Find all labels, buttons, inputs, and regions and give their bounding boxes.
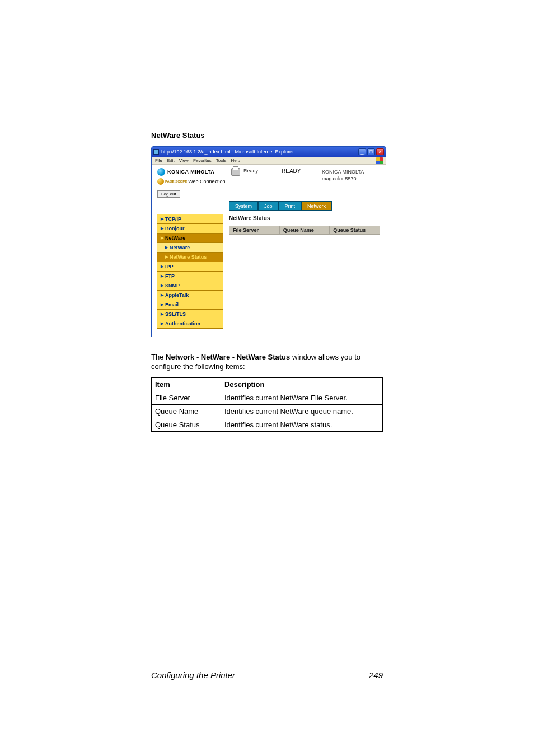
model-block: KONICA MINOLTA magicolor 5570 <box>322 168 380 182</box>
window-buttons: _ □ × <box>358 148 384 155</box>
col-queue-name: Queue Name <box>280 226 330 235</box>
table-row: Queue Name Identifies current NetWare qu… <box>152 404 383 418</box>
chevron-right-icon: ▶ <box>161 283 163 288</box>
chevron-down-icon: ▶ <box>161 236 163 240</box>
content-pane: NetWare Status File Server Queue Name Qu… <box>229 214 380 329</box>
pagescope-small-label: PAGE SCOPE <box>165 180 187 183</box>
chevron-right-icon: ▶ <box>161 321 163 326</box>
windows-flag-icon <box>376 157 383 164</box>
table-row: Queue Status Identifies current NetWare … <box>152 418 383 431</box>
sidebar-item-label: SSL/TLS <box>165 311 186 317</box>
chevron-right-icon: ▶ <box>161 226 163 231</box>
chevron-right-icon: ▶ <box>161 217 163 221</box>
sidebar-item-label: NetWare <box>165 235 185 241</box>
sidebar-item-appletalk[interactable]: ▶AppleTalk <box>157 290 223 300</box>
sidebar-item-bonjour[interactable]: ▶Bonjour <box>157 223 223 233</box>
table-header-row: Item Description <box>152 377 383 391</box>
sidebar-item-ftp[interactable]: ▶FTP <box>157 271 223 281</box>
th-item: Item <box>152 377 221 391</box>
chevron-right-icon: ▶ <box>161 312 163 316</box>
menu-file[interactable]: File <box>155 158 162 163</box>
chevron-right-icon: ▶ <box>161 293 163 297</box>
pane-title: NetWare Status <box>229 215 380 221</box>
para-prefix: The <box>151 353 166 361</box>
sidebar-item-authentication[interactable]: ▶Authentication <box>157 319 223 329</box>
description-table: Item Description File Server Identifies … <box>151 377 383 432</box>
pagescope-globe-icon <box>157 178 164 185</box>
page-footer: Configuring the Printer 249 <box>151 668 383 680</box>
footer-title: Configuring the Printer <box>151 670 235 680</box>
chevron-right-icon: ▶ <box>161 264 163 269</box>
column-headers: File Server Queue Name Queue Status <box>229 226 380 235</box>
sidebar-item-snmp[interactable]: ▶SNMP <box>157 281 223 290</box>
model-line1: KONICA MINOLTA <box>322 169 380 176</box>
sidebar-item-label: NetWare <box>170 245 190 250</box>
chevron-right-icon: ▶ <box>161 274 163 278</box>
km-logo-icon <box>157 168 165 176</box>
col-queue-status: Queue Status <box>330 226 380 235</box>
section-heading: NetWare Status <box>151 131 383 139</box>
sidebar-subitem-netware[interactable]: ▶NetWare <box>157 242 223 252</box>
ie-icon <box>153 149 159 155</box>
sidebar-item-label: AppleTalk <box>165 292 189 298</box>
tab-bar: System Job Print Network <box>229 201 386 211</box>
sidebar-item-label: NetWare Status <box>170 254 207 260</box>
sidebar: ▶TCP/IP ▶Bonjour ▶NetWare ▶NetWare ▶NetW… <box>157 214 223 329</box>
sidebar-item-ipp[interactable]: ▶IPP <box>157 262 223 271</box>
sidebar-subitem-netware-status[interactable]: ▶NetWare Status <box>157 252 223 262</box>
sidebar-item-netware[interactable]: ▶NetWare <box>157 233 223 242</box>
model-line2: magicolor 5570 <box>322 176 380 183</box>
footer-rule <box>151 668 383 668</box>
sidebar-item-label: SNMP <box>165 283 180 288</box>
sidebar-item-label: FTP <box>165 273 175 279</box>
cell-item: Queue Status <box>152 418 221 431</box>
sidebar-item-label: TCP/IP <box>165 216 181 222</box>
window-title: http://192.168.1.2/a_index.html - Micros… <box>161 149 294 155</box>
sidebar-item-email[interactable]: ▶Email <box>157 300 223 309</box>
th-description: Description <box>221 377 382 391</box>
maximize-icon[interactable]: □ <box>367 148 375 155</box>
footer-page-number: 249 <box>369 670 383 680</box>
intro-paragraph: The Network - NetWare - NetWare Status w… <box>151 353 383 372</box>
cell-item: File Server <box>152 391 221 404</box>
status-ready-small: Ready <box>243 168 258 174</box>
logout-button[interactable]: Log out <box>157 190 180 198</box>
tab-job[interactable]: Job <box>258 201 279 211</box>
col-file-server: File Server <box>229 226 280 235</box>
close-icon[interactable]: × <box>376 148 384 155</box>
tab-print[interactable]: Print <box>279 201 302 211</box>
chevron-right-icon: ▶ <box>165 255 168 259</box>
brand-name: KONICA MINOLTA <box>167 169 214 175</box>
window-titlebar: http://192.168.1.2/a_index.html - Micros… <box>152 147 386 157</box>
para-bold: Network - NetWare - NetWare Status <box>166 353 290 361</box>
sidebar-item-label: Email <box>165 302 179 307</box>
menu-favorites[interactable]: Favorites <box>193 158 212 163</box>
sidebar-item-label: Bonjour <box>165 226 185 231</box>
menubar: File Edit View Favorites Tools Help <box>152 157 386 165</box>
tab-network[interactable]: Network <box>301 201 332 211</box>
chevron-right-icon: ▶ <box>165 245 168 250</box>
cell-desc: Identifies current NetWare status. <box>221 418 382 431</box>
cell-desc: Identifies current NetWare File Server. <box>221 391 382 404</box>
minimize-icon[interactable]: _ <box>358 148 366 155</box>
sidebar-item-label: IPP <box>165 264 174 269</box>
pagescope-label: Web Connection <box>188 179 225 184</box>
brand-block: KONICA MINOLTA PAGE SCOPE Web Connection <box>157 168 227 185</box>
sidebar-item-ssltls[interactable]: ▶SSL/TLS <box>157 309 223 319</box>
pane-body-empty <box>229 235 380 295</box>
cell-desc: Identifies current NetWare queue name. <box>221 404 382 418</box>
sidebar-item-label: Authentication <box>165 321 200 326</box>
table-row: File Server Identifies current NetWare F… <box>152 391 383 404</box>
tab-system[interactable]: System <box>229 201 258 211</box>
menu-edit[interactable]: Edit <box>167 158 175 163</box>
chevron-right-icon: ▶ <box>161 302 163 307</box>
printer-icon <box>231 168 240 176</box>
menu-view[interactable]: View <box>179 158 189 163</box>
status-ready-big: READY <box>282 168 301 174</box>
menu-tools[interactable]: Tools <box>216 158 227 163</box>
menu-help[interactable]: Help <box>231 158 240 163</box>
cell-item: Queue Name <box>152 404 221 418</box>
sidebar-item-tcpip[interactable]: ▶TCP/IP <box>157 214 223 223</box>
ie-window-screenshot: http://192.168.1.2/a_index.html - Micros… <box>151 146 386 337</box>
